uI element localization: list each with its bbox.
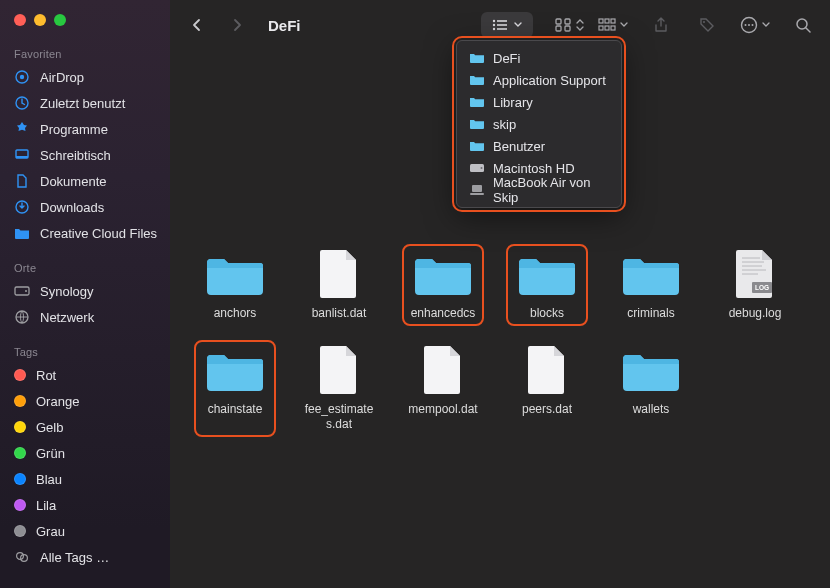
forward-button[interactable] xyxy=(224,12,250,38)
svg-rect-19 xyxy=(556,26,561,31)
path-item[interactable]: DeFi xyxy=(457,47,621,69)
svg-point-9 xyxy=(17,553,24,560)
file-icon xyxy=(414,346,472,394)
tag-dot-icon xyxy=(14,369,26,381)
server-icon xyxy=(14,283,30,299)
file-name: anchors xyxy=(214,306,257,320)
window-controls xyxy=(0,14,170,26)
svg-point-11 xyxy=(493,20,495,22)
search-button[interactable] xyxy=(790,12,816,38)
document-icon xyxy=(14,173,30,189)
minimize-window-button[interactable] xyxy=(34,14,46,26)
sidebar-tag-grau[interactable]: Grau xyxy=(0,518,170,544)
svg-point-1 xyxy=(20,75,24,79)
main-content: DeFi xyxy=(170,0,830,588)
arrange-icon xyxy=(598,18,616,32)
path-item[interactable]: Benutzer xyxy=(457,135,621,157)
folder-icon xyxy=(206,346,264,394)
folder-item[interactable]: anchors xyxy=(200,250,270,320)
sidebar-item-label: Zuletzt benutzt xyxy=(40,96,125,111)
group-by-button[interactable] xyxy=(555,12,584,38)
search-icon xyxy=(795,17,811,33)
file-item[interactable]: banlist.dat xyxy=(304,250,374,320)
sidebar-tag-rot[interactable]: Rot xyxy=(0,362,170,388)
window-title: DeFi xyxy=(268,17,301,34)
action-menu-button[interactable] xyxy=(740,12,770,38)
sidebar-tag-blau[interactable]: Blau xyxy=(0,466,170,492)
folder-item[interactable]: wallets xyxy=(616,346,686,431)
sidebar-item-documents[interactable]: Dokumente xyxy=(0,168,170,194)
sidebar-item-downloads[interactable]: Downloads xyxy=(0,194,170,220)
sidebar-item-network[interactable]: Netzwerk xyxy=(0,304,170,330)
sidebar-item-creative-cloud[interactable]: Creative Cloud Files xyxy=(0,220,170,246)
tag-dot-icon xyxy=(14,421,26,433)
tags-button[interactable] xyxy=(694,12,720,38)
sidebar-item-label: Netzwerk xyxy=(40,310,94,325)
path-item[interactable]: Library xyxy=(457,91,621,113)
sidebar-item-recents[interactable]: Zuletzt benutzt xyxy=(0,90,170,116)
logfile-icon: LOG xyxy=(726,250,784,298)
sidebar-item-desktop[interactable]: Schreibtisch xyxy=(0,142,170,168)
path-item-label: DeFi xyxy=(493,51,520,66)
share-icon xyxy=(654,17,668,33)
file-item[interactable]: LOG debug.log xyxy=(720,250,790,320)
path-item[interactable]: skip xyxy=(457,113,621,135)
sidebar-all-tags[interactable]: Alle Tags … xyxy=(0,544,170,570)
folder-icon xyxy=(469,51,485,65)
sidebar-item-label: Synology xyxy=(40,284,93,299)
path-item-label: Application Support xyxy=(493,73,606,88)
svg-rect-25 xyxy=(605,26,609,30)
path-dropdown[interactable]: DeFi Application Support Library skip Be… xyxy=(456,40,622,208)
sidebar-tag-gelb[interactable]: Gelb xyxy=(0,414,170,440)
chevron-down-icon xyxy=(762,22,770,28)
sidebar-item-airdrop[interactable]: AirDrop xyxy=(0,64,170,90)
back-button[interactable] xyxy=(184,12,210,38)
sidebar-tag-gruen[interactable]: Grün xyxy=(0,440,170,466)
toolbar-right xyxy=(598,12,816,38)
tag-dot-icon xyxy=(14,447,26,459)
file-item[interactable]: fee_estimates.dat xyxy=(304,346,374,431)
zoom-window-button[interactable] xyxy=(54,14,66,26)
file-item[interactable]: peers.dat xyxy=(512,346,582,431)
chevron-down-icon xyxy=(514,22,522,28)
folder-item[interactable]: chainstate xyxy=(200,346,270,431)
folder-icon xyxy=(469,95,485,109)
all-tags-icon xyxy=(14,549,30,565)
folder-item[interactable]: enhancedcs xyxy=(408,250,478,320)
svg-point-27 xyxy=(703,21,705,23)
sidebar-item-label: Rot xyxy=(36,368,56,383)
sidebar-tag-orange[interactable]: Orange xyxy=(0,388,170,414)
svg-point-7 xyxy=(25,290,27,292)
folder-item[interactable]: criminals xyxy=(616,250,686,320)
sidebar-item-synology[interactable]: Synology xyxy=(0,278,170,304)
path-item[interactable]: Application Support xyxy=(457,69,621,91)
file-icon xyxy=(310,346,368,394)
sidebar-item-label: Dokumente xyxy=(40,174,106,189)
folder-icon xyxy=(469,117,485,131)
laptop-icon xyxy=(469,183,485,197)
share-button[interactable] xyxy=(648,12,674,38)
svg-rect-17 xyxy=(556,19,561,24)
path-item-label: MacBook Air von Skip xyxy=(493,175,609,205)
sidebar-item-label: Downloads xyxy=(40,200,104,215)
view-as-list-button[interactable] xyxy=(481,12,533,38)
list-view-icon xyxy=(492,19,508,31)
file-name: debug.log xyxy=(729,306,782,320)
file-item[interactable]: mempool.dat xyxy=(408,346,478,431)
sidebar-item-applications[interactable]: Programme xyxy=(0,116,170,142)
svg-point-30 xyxy=(748,24,750,26)
file-name: fee_estimates.dat xyxy=(304,402,374,431)
file-name: banlist.dat xyxy=(312,306,367,320)
applications-icon xyxy=(14,121,30,137)
svg-rect-4 xyxy=(16,156,28,158)
arrange-button[interactable] xyxy=(598,12,628,38)
folder-icon xyxy=(469,139,485,153)
folder-item[interactable]: blocks xyxy=(512,250,582,320)
tag-dot-icon xyxy=(14,525,26,537)
clock-icon xyxy=(14,95,30,111)
sidebar-item-label: Schreibtisch xyxy=(40,148,111,163)
close-window-button[interactable] xyxy=(14,14,26,26)
svg-rect-20 xyxy=(565,26,570,31)
sidebar-tag-lila[interactable]: Lila xyxy=(0,492,170,518)
path-item[interactable]: MacBook Air von Skip xyxy=(457,179,621,201)
